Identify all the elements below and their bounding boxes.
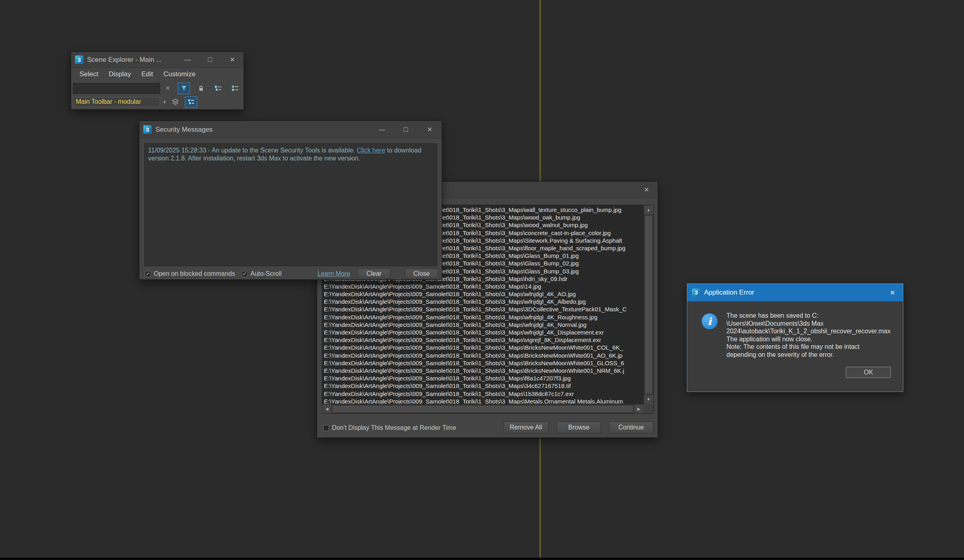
file-path-row[interactable]: E:\YandexDisk\ArtAngle\Projects\009_Samo…	[322, 344, 643, 351]
security-message-log: 11/09/2025 15:28:33 - An update to the S…	[144, 143, 437, 266]
close-icon[interactable]: ✕	[882, 284, 903, 301]
file-path-row[interactable]: E:\YandexDisk\ArtAngle\Projects\009_Samo…	[322, 313, 643, 321]
file-path-row[interactable]: E:\YandexDisk\ArtAngle\Projects\009_Samo…	[322, 328, 643, 336]
lock-button[interactable]	[195, 83, 207, 94]
dont-display-label: Don't Display This Message at Render Tim…	[332, 424, 456, 431]
menu-item-customize[interactable]: Customize	[158, 70, 200, 78]
remove-all-button[interactable]: Remove All	[504, 421, 548, 433]
application-error-titlebar[interactable]: 3 Application Error ✕	[687, 284, 903, 301]
scene-explorer-title: Scene Explorer - Main ...	[87, 56, 162, 64]
clear-button[interactable]: Clear	[357, 269, 391, 279]
security-messages-window: 3 Security Messages — □ ✕ 11/09/2025 15:…	[139, 121, 442, 280]
close-icon[interactable]: ✕	[635, 182, 658, 198]
scene-explorer-toolbar: ✕	[71, 81, 244, 96]
file-path-row[interactable]: E:\YandexDisk\ArtAngle\Projects\009_Samo…	[322, 336, 643, 344]
file-path-row[interactable]: E:\YandexDisk\ArtAngle\Projects\009_Samo…	[322, 321, 643, 328]
file-path-row[interactable]: E:\YandexDisk\ArtAngle\Projects\009_Samo…	[322, 359, 643, 367]
hierarchy-list-icon	[232, 85, 239, 91]
3dsmax-logo-icon: 3	[692, 289, 700, 297]
dont-display-row: ✓ Don't Display This Message at Render T…	[323, 424, 456, 431]
browse-button[interactable]: Browse	[557, 421, 601, 433]
file-path-row[interactable]: E:\YandexDisk\ArtAngle\Projects\009_Samo…	[322, 382, 643, 390]
minimize-icon[interactable]: —	[177, 52, 199, 67]
file-path-row[interactable]: E:\YandexDisk\ArtAngle\Projects\009_Samo…	[322, 352, 643, 359]
close-icon[interactable]: ✕	[418, 121, 442, 138]
menu-item-select[interactable]: Select	[74, 70, 103, 78]
error-message-line: Note: The contents of this file may not …	[726, 343, 898, 351]
clear-search-icon[interactable]: ✕	[163, 83, 173, 94]
close-icon[interactable]: ✕	[221, 52, 244, 67]
continue-button[interactable]: Continue	[609, 421, 653, 433]
file-path-row[interactable]: E:\YandexDisk\ArtAngle\Projects\009_Samo…	[322, 298, 643, 305]
learn-more-link[interactable]: Learn More	[317, 270, 350, 277]
security-messages-titlebar[interactable]: 3 Security Messages — □ ✕	[139, 121, 442, 139]
auto-scroll-label: Auto-Scroll	[250, 270, 282, 277]
error-message-line: The application will now close.	[726, 335, 898, 343]
display-mode-button[interactable]	[185, 96, 197, 108]
search-input[interactable]	[73, 83, 160, 94]
maximize-icon[interactable]: □	[394, 121, 418, 138]
hierarchy-icon	[214, 85, 222, 91]
hierarchy-tools-button[interactable]	[212, 83, 224, 94]
dont-display-checkbox[interactable]: ✓	[323, 425, 329, 431]
minimize-icon[interactable]: —	[370, 121, 394, 138]
maximize-icon[interactable]: □	[199, 52, 221, 67]
open-on-blocked-label: Open on blocked commands	[154, 270, 235, 277]
horizontal-scroll-thumb[interactable]	[332, 405, 633, 413]
scene-explorer-window: 3 Scene Explorer - Main ... — □ ✕ Select…	[71, 51, 244, 110]
ok-button[interactable]: OK	[846, 367, 891, 378]
horizontal-scrollbar[interactable]: ◀ ▶	[322, 404, 643, 414]
funnel-icon	[181, 85, 187, 92]
security-message-text: 11/09/2025 15:28:33 - An update to the S…	[148, 147, 357, 154]
application-error-dialog: 3 Application Error ✕ i The scene has be…	[687, 283, 903, 392]
file-path-row[interactable]: E:\YandexDisk\ArtAngle\Projects\009_Samo…	[322, 290, 643, 298]
layers-icon	[172, 99, 179, 105]
toolbar-name-dropdown[interactable]: Main Toolbar - modular	[73, 97, 160, 107]
security-messages-title: Security Messages	[155, 126, 213, 134]
vertical-scroll-thumb[interactable]	[645, 215, 653, 394]
application-error-title: Application Error	[704, 289, 754, 297]
scroll-left-icon[interactable]: ◀	[322, 404, 331, 414]
3dsmax-logo-icon: 3	[75, 55, 83, 64]
file-path-row[interactable]: E:\YandexDisk\ArtAngle\Projects\009_Samo…	[322, 305, 643, 313]
close-button[interactable]: Close	[405, 269, 438, 279]
file-path-row[interactable]: E:\YandexDisk\ArtAngle\Projects\009_Samo…	[322, 390, 643, 398]
vertical-scrollbar[interactable]: ▲ ▼	[643, 205, 653, 404]
file-path-row[interactable]: E:\YandexDisk\ArtAngle\Projects\009_Samo…	[322, 283, 643, 290]
info-icon: i	[702, 313, 718, 329]
error-message-line: depending on the severity of the error.	[726, 351, 898, 359]
3dsmax-logo-icon: 3	[143, 125, 152, 134]
auto-scroll-checkbox[interactable]: ✓	[242, 271, 248, 277]
scene-explorer-menubar: Select Display Edit Customize	[71, 68, 244, 81]
error-message-line: The scene has been saved to C:	[726, 312, 898, 320]
file-path-row[interactable]: E:\YandexDisk\ArtAngle\Projects\009_Samo…	[322, 398, 643, 404]
menu-item-display[interactable]: Display	[103, 70, 136, 78]
file-path-row[interactable]: E:\YandexDisk\ArtAngle\Projects\009_Samo…	[322, 367, 643, 374]
security-messages-footer: ✓ Open on blocked commands ✓ Auto-Scroll…	[139, 269, 442, 279]
scroll-right-icon[interactable]: ▶	[634, 404, 643, 414]
hierarchy-tools-button-2[interactable]	[229, 83, 242, 94]
scrollbar-corner	[643, 404, 653, 414]
layers-button[interactable]	[169, 96, 181, 108]
bottom-strip	[0, 558, 964, 560]
error-message-line: \Users\Юлия\Documents\3ds Max	[726, 320, 898, 328]
file-path-row[interactable]: E:\YandexDisk\ArtAngle\Projects\009_Samo…	[322, 374, 643, 382]
scene-explorer-toolbar-row2: Main Toolbar - modular ▾	[71, 96, 244, 108]
lock-icon	[198, 85, 204, 92]
filter-funnel-button[interactable]	[178, 83, 190, 94]
error-message-line: 2024\autoback\Toriki_K_1_2_obshii_recove…	[726, 327, 898, 335]
scroll-up-icon[interactable]: ▲	[644, 205, 653, 214]
open-on-blocked-checkbox[interactable]: ✓	[145, 271, 151, 277]
chevron-down-icon[interactable]: ▾	[162, 99, 167, 105]
scene-explorer-titlebar[interactable]: 3 Scene Explorer - Main ... — □ ✕	[71, 52, 244, 68]
scroll-down-icon[interactable]: ▼	[644, 395, 653, 404]
menu-item-edit[interactable]: Edit	[136, 70, 158, 78]
sort-hierarchy-icon	[187, 99, 195, 105]
error-message: The scene has been saved to C: \Users\Юл…	[726, 312, 898, 358]
click-here-link[interactable]: Click here	[357, 147, 385, 154]
